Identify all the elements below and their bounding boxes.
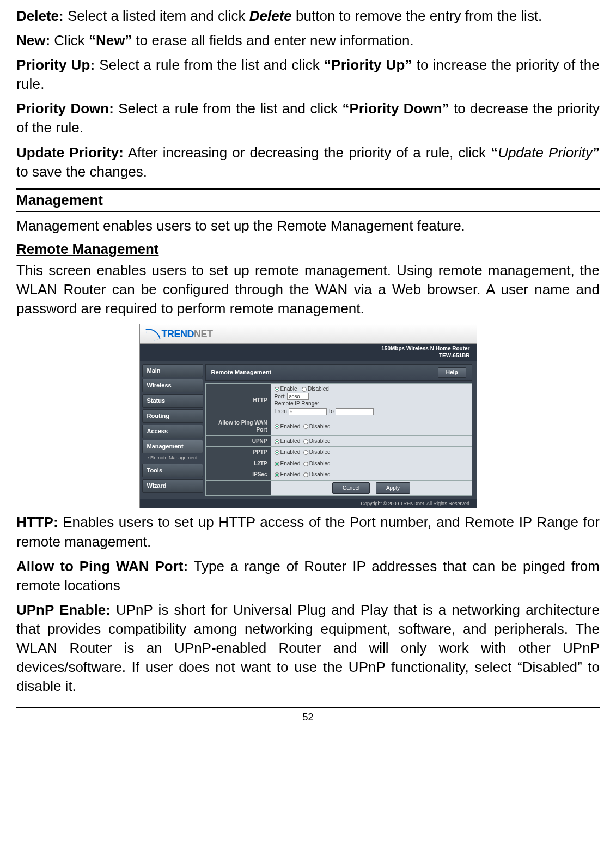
label: UPnP Enable: [16,602,111,618]
upnp-disabled-radio[interactable] [303,439,308,444]
row-upnp-label: UPNP [205,435,271,447]
nav-access[interactable]: Access [142,424,203,438]
model-bar: 150Mbps Wireless N Home Router TEW-651BR [140,344,477,361]
def-update-priority: Update Priority: After increasing or dec… [16,143,600,181]
pptp-enabled-radio[interactable] [275,450,279,455]
http-enable-radio[interactable] [275,387,279,392]
l2tp-disabled-radio[interactable] [303,462,308,466]
section-heading-management: Management [16,188,600,212]
nav-main[interactable]: Main [142,364,203,378]
label: Delete: [16,8,64,24]
label: Priority Down: [16,100,114,117]
label: Priority Up: [16,57,95,73]
def-new: New: Click “New” to erase all fields and… [16,31,600,50]
management-intro: Management enables users to set up the R… [16,216,600,235]
row-l2tp-label: L2TP [205,458,271,469]
http-disabled-radio[interactable] [302,387,307,392]
l2tp-enabled-radio[interactable] [275,462,279,466]
help-button[interactable]: Help [438,367,466,378]
ping-enabled-radio[interactable] [275,424,279,429]
router-main-panel: Remote Management Help HTTP Enable Disab… [205,361,477,500]
ip-from-input[interactable]: * [289,408,327,415]
router-screenshot: TRENDNET 150Mbps Wireless N Home Router … [16,324,600,508]
router-sidebar: Main Wireless Status Routing Access Mana… [140,361,205,500]
def-priority-up: Priority Up: Select a rule from the list… [16,56,600,94]
router-copyright: Copyright © 2009 TRENDnet. All Rights Re… [140,499,477,508]
nav-status[interactable]: Status [142,394,203,408]
def-priority-down: Priority Down: Select a rule from the li… [16,99,600,137]
def-ping: Allow to Ping WAN Port: Type a range of … [16,557,600,595]
trendnet-logo: TRENDNET [147,328,213,341]
row-ping-label: Allow to Ping WAN Port [205,417,271,435]
def-upnp: UPnP Enable: UPnP is short for Universal… [16,601,600,696]
nav-management[interactable]: Management [142,440,203,453]
logo-arc-icon [145,327,161,342]
subheading-remote-management: Remote Management [16,240,600,259]
def-http: HTTP: Enables users to set up HTTP acces… [16,513,600,551]
panel-title: Remote Management Help [205,364,472,381]
label: Allow to Ping WAN Port: [16,558,188,574]
upnp-enabled-radio[interactable] [275,439,279,444]
cancel-button[interactable]: Cancel [332,482,370,494]
nav-wizard[interactable]: Wizard [142,479,203,493]
ip-to-input[interactable] [336,408,374,415]
nav-tools[interactable]: Tools [142,464,203,477]
page-number: 52 [16,707,600,724]
label: Update Priority: [16,144,124,161]
row-ipsec-label: IPSec [205,469,271,481]
pptp-disabled-radio[interactable] [303,450,308,455]
ipsec-disabled-radio[interactable] [303,472,308,477]
router-header: TRENDNET [140,324,477,343]
nav-wireless[interactable]: Wireless [142,379,203,392]
http-port-input[interactable]: 8080 [287,393,309,400]
label: New: [16,32,50,48]
label: HTTP: [16,514,58,530]
apply-button[interactable]: Apply [376,482,410,494]
def-delete: Delete: Select a listed item and click D… [16,7,600,26]
remote-management-desc: This screen enables users to set up remo… [16,261,600,318]
ping-disabled-radio[interactable] [303,424,308,429]
row-pptp-label: PPTP [205,447,271,458]
nav-sub-remote-management[interactable]: › Remote Management [142,454,203,461]
ipsec-enabled-radio[interactable] [275,472,279,477]
nav-routing[interactable]: Routing [142,409,203,423]
row-http-label: HTTP [205,384,271,417]
